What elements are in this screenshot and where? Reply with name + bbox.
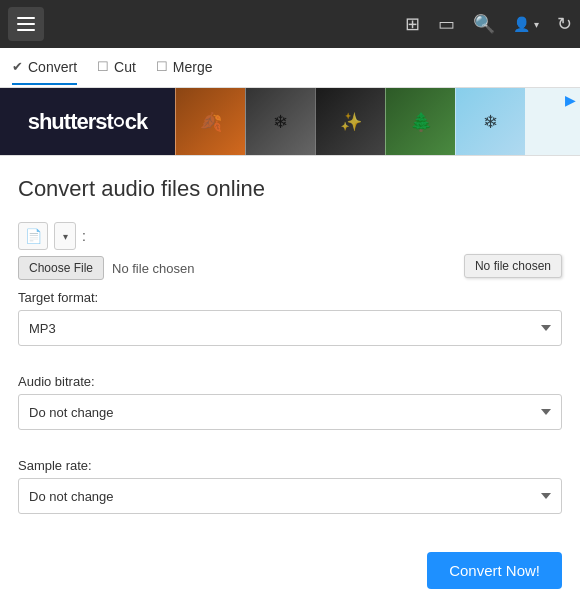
refresh-icon[interactable]: ↻	[557, 13, 572, 35]
hamburger-line-2	[17, 23, 35, 25]
file-input-row: Choose File No file chosen No file chose…	[18, 256, 562, 280]
page-title: Convert audio files online	[18, 176, 562, 202]
checkbox-merge-icon: ☐	[156, 59, 168, 74]
file-toolbar-row: 📄 ▾ :	[18, 222, 562, 250]
hamburger-line-1	[17, 17, 35, 19]
ad-image-3: ✨	[315, 88, 385, 156]
ad-image-1-overlay: 🍂	[176, 88, 245, 156]
ad-image-3-overlay: ✨	[316, 88, 385, 156]
ad-image-4: 🌲	[385, 88, 455, 156]
file-icon: 📄	[25, 228, 42, 244]
ad-image-5: ❄	[455, 88, 525, 156]
file-icon-button[interactable]: 📄	[18, 222, 48, 250]
button-row: Convert Now!	[18, 542, 562, 589]
sample-rate-label: Sample rate:	[18, 458, 562, 473]
checkbox-cut-icon: ☐	[97, 59, 109, 74]
ad-image-2: ❄	[245, 88, 315, 156]
hamburger-line-3	[17, 29, 35, 31]
convert-now-button[interactable]: Convert Now!	[427, 552, 562, 589]
ad-play-button[interactable]: ▶	[565, 92, 576, 108]
tab-cut-label: Cut	[114, 59, 136, 75]
audio-bitrate-group: Audio bitrate: Do not change 32 kbit/s 6…	[18, 374, 562, 444]
audio-bitrate-select[interactable]: Do not change 32 kbit/s 64 kbit/s 128 kb…	[18, 394, 562, 430]
user-menu[interactable]: 👤 ▾	[513, 16, 539, 32]
user-icon: 👤	[513, 16, 530, 32]
tab-merge[interactable]: ☐ Merge	[156, 51, 213, 85]
dropdown-arrow-icon: ▾	[63, 231, 68, 242]
sample-rate-group: Sample rate: Do not change 8000 Hz 11025…	[18, 458, 562, 528]
tab-merge-label: Merge	[173, 59, 213, 75]
audio-bitrate-label: Audio bitrate:	[18, 374, 562, 389]
ad-logo-text: shutterstck	[28, 109, 148, 135]
ad-image-2-overlay: ❄	[246, 88, 315, 156]
ad-image-5-overlay: ❄	[456, 88, 525, 156]
search-icon[interactable]: 🔍	[473, 13, 495, 35]
user-menu-arrow: ▾	[534, 19, 539, 30]
tablet-icon[interactable]: ▭	[438, 13, 455, 35]
ad-image-4-overlay: 🌲	[386, 88, 455, 156]
colon-separator: :	[82, 228, 86, 244]
navbar-icons: ⊞ ▭ 🔍 👤 ▾ ↻	[405, 13, 572, 35]
sample-rate-select[interactable]: Do not change 8000 Hz 11025 Hz 22050 Hz …	[18, 478, 562, 514]
ad-image-1: 🍂	[175, 88, 245, 156]
choose-file-button[interactable]: Choose File	[18, 256, 104, 280]
ad-images: 🍂 ❄ ✨ 🌲 ❄	[175, 88, 580, 156]
tab-cut[interactable]: ☐ Cut	[97, 51, 136, 85]
no-file-tooltip: No file chosen	[464, 254, 562, 278]
grid-icon[interactable]: ⊞	[405, 13, 420, 35]
target-format-label: Target format:	[18, 290, 562, 305]
ad-banner[interactable]: shutterstck 🍂 ❄ ✨ 🌲 ❄ ▶	[0, 88, 580, 156]
no-file-label: No file chosen	[112, 261, 194, 276]
main-content: Convert audio files online 📄 ▾ : Choose …	[0, 156, 580, 590]
target-format-select[interactable]: MP3 WAV OGG AAC FLAC WMA	[18, 310, 562, 346]
tab-convert[interactable]: ✔ Convert	[12, 51, 77, 85]
hamburger-button[interactable]	[8, 7, 44, 41]
navbar: ⊞ ▭ 🔍 👤 ▾ ↻	[0, 0, 580, 48]
file-dropdown-button[interactable]: ▾	[54, 222, 76, 250]
tabbar: ✔ Convert ☐ Cut ☐ Merge	[0, 48, 580, 88]
check-icon: ✔	[12, 59, 23, 74]
target-format-group: Target format: MP3 WAV OGG AAC FLAC WMA	[18, 290, 562, 360]
ad-logo: shutterstck	[0, 88, 175, 156]
tab-convert-label: Convert	[28, 59, 77, 75]
